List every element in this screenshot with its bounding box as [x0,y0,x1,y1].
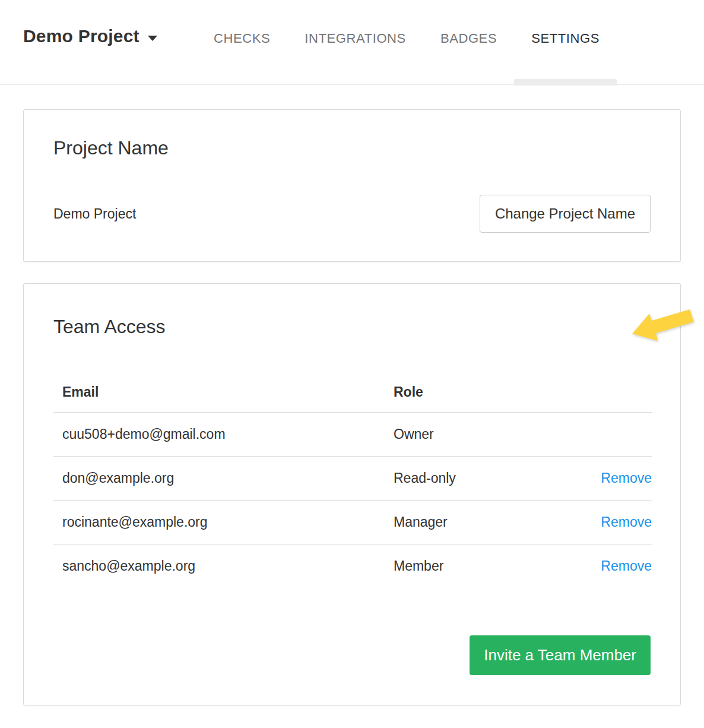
project-title: Demo Project [23,26,139,46]
role-cell: Member [385,544,563,588]
project-name-card-title: Project Name [53,110,651,159]
email-cell: sancho@example.org [53,544,385,588]
project-switcher-dropdown[interactable]: Demo Project [23,26,157,46]
team-access-card: Team Access Email Role cuu508+demo@gmail… [23,283,681,705]
team-members-table: Email Role cuu508+demo@gmail.com Owner d… [53,373,652,588]
tab-badges-label: BADGES [440,31,497,46]
team-access-card-title: Team Access [53,284,651,338]
project-name-card: Project Name Demo Project Change Project… [23,109,681,262]
role-column-header: Role [385,373,563,412]
actions-column-header [563,373,652,412]
role-cell: Read-only [385,456,563,500]
table-row: rocinante@example.org Manager Remove [53,500,652,544]
settings-page: Demo Project CHECKS INTEGRATIONS BADGES … [0,0,704,728]
email-cell: rocinante@example.org [53,500,385,544]
email-cell: don@example.org [53,456,385,500]
role-cell: Manager [385,500,563,544]
table-row: cuu508+demo@gmail.com Owner [53,412,652,456]
email-column-header: Email [53,373,385,412]
action-cell: Remove [563,456,652,500]
table-row: don@example.org Read-only Remove [53,456,652,500]
table-header-row: Email Role [53,373,652,412]
action-cell: Remove [563,500,652,544]
action-cell [563,412,652,456]
change-project-name-button[interactable]: Change Project Name [480,195,651,233]
tab-integrations-label: INTEGRATIONS [305,31,406,46]
caret-down-icon [148,36,157,41]
top-navigation-bar: Demo Project CHECKS INTEGRATIONS BADGES … [0,0,704,85]
active-tab-indicator [514,79,617,86]
role-cell: Owner [385,412,563,456]
tab-settings-label: SETTINGS [531,31,600,46]
invite-team-member-button[interactable]: Invite a Team Member [470,635,651,675]
remove-member-link[interactable]: Remove [601,514,652,530]
tab-checks-label: CHECKS [214,31,270,46]
tab-badges[interactable]: BADGES [423,0,514,77]
action-cell: Remove [563,544,652,588]
current-project-name: Demo Project [53,206,136,222]
tab-checks[interactable]: CHECKS [196,0,287,77]
email-cell: cuu508+demo@gmail.com [53,412,385,456]
remove-member-link[interactable]: Remove [601,558,652,574]
project-name-row: Demo Project Change Project Name [53,195,651,233]
remove-member-link[interactable]: Remove [601,470,652,486]
tab-settings[interactable]: SETTINGS [514,0,617,77]
table-row: sancho@example.org Member Remove [53,544,652,588]
tab-integrations[interactable]: INTEGRATIONS [287,0,423,77]
main-tabs: CHECKS INTEGRATIONS BADGES SETTINGS [196,0,617,77]
